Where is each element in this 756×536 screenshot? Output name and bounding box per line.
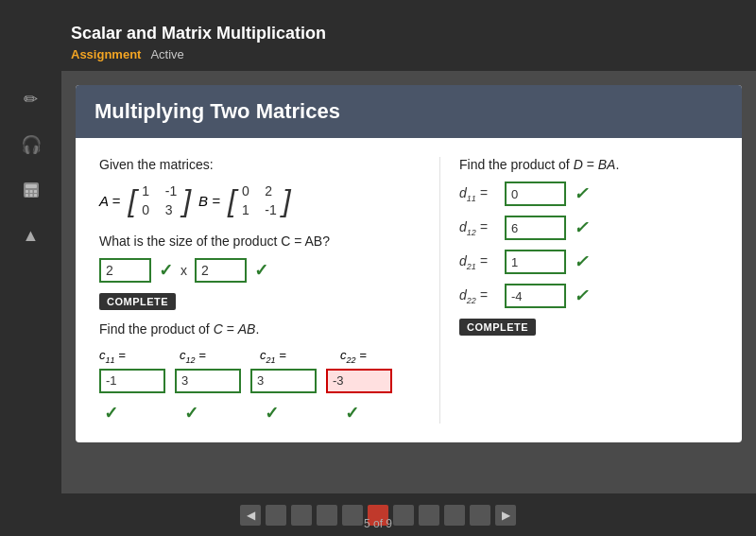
c-labels-row: c11 = c12 = c21 = c22 = — [99, 348, 411, 365]
d12-check: ✓ — [574, 217, 588, 238]
d21-row: d21 = ✓ — [459, 250, 718, 274]
d12-row: d12 = ✓ — [459, 216, 718, 240]
page-title: Scalar and Matrix Multiplication — [71, 24, 326, 43]
size-question: What is the size of the product C = AB? — [99, 233, 411, 249]
nav-page-8[interactable] — [444, 505, 465, 526]
matrix-a: [ 1-1 03 ] — [128, 182, 191, 219]
size-inputs: ✓ x ✓ — [99, 258, 411, 283]
d11-row: d11 = ✓ — [459, 182, 718, 206]
d12-label: d12 = — [459, 219, 497, 237]
size-check2: ✓ — [254, 260, 268, 281]
main-content: Multiplying Two Matrices Given the matri… — [61, 71, 756, 493]
d11-check: ✓ — [574, 183, 588, 204]
nav-page-6[interactable] — [393, 505, 414, 526]
complete-badge-1: COMPLETE — [99, 293, 176, 310]
active-label: Active — [150, 47, 183, 61]
c21-label: c21 = — [260, 348, 331, 365]
content-card: Multiplying Two Matrices Given the matri… — [76, 85, 742, 442]
size-input-cols[interactable] — [195, 258, 247, 283]
card-header: Multiplying Two Matrices — [76, 85, 742, 138]
top-bar: Scalar and Matrix Multiplication Assignm… — [0, 0, 756, 71]
pencil-icon[interactable]: ✏ — [12, 80, 50, 118]
c22-check: ✓ — [340, 403, 411, 424]
nav-page-2[interactable] — [291, 505, 312, 526]
matrix-a-grid: 1-1 03 — [136, 182, 182, 219]
right-label: Find the product of D = BA. — [459, 157, 718, 172]
d12-input[interactable] — [505, 216, 566, 240]
size-check1: ✓ — [159, 260, 173, 281]
d22-input[interactable] — [505, 284, 566, 308]
svg-rect-1 — [26, 184, 37, 188]
svg-rect-2 — [26, 190, 28, 193]
sidebar: ✏ 🎧 ▲ — [0, 71, 61, 493]
d11-input[interactable] — [505, 182, 566, 206]
x-label: x — [180, 263, 187, 278]
c-inputs-row — [99, 369, 411, 397]
calculator-icon[interactable] — [12, 171, 50, 209]
c22-input[interactable] — [326, 369, 392, 393]
svg-rect-3 — [29, 190, 32, 193]
c21-input[interactable] — [250, 369, 317, 393]
bottom-nav: ◀ ▶ 5 of 9 — [0, 493, 756, 536]
matrix-b: [ 02 1-1 ] — [228, 182, 291, 219]
complete-badge-2: COMPLETE — [459, 319, 536, 336]
d11-label: d11 = — [459, 185, 497, 203]
matrix-a-label: A = — [99, 193, 120, 209]
prev-button[interactable]: ◀ — [240, 505, 261, 526]
c12-input[interactable] — [175, 369, 241, 393]
upload-icon[interactable]: ▲ — [12, 216, 50, 254]
svg-rect-5 — [26, 194, 28, 197]
c21-check: ✓ — [260, 403, 331, 424]
given-label: Given the matrices: — [99, 157, 411, 172]
svg-rect-6 — [29, 194, 32, 197]
matrix-b-label: B = — [198, 193, 220, 209]
nav-page-4[interactable] — [342, 505, 363, 526]
c12-check: ✓ — [180, 403, 250, 424]
product-label: Find the product of C = AB. — [99, 321, 411, 337]
c22-label: c22 = — [340, 348, 411, 365]
c11-label: c11 = — [99, 348, 170, 365]
c12-label: c12 = — [180, 348, 250, 365]
c-checks-row: ✓ ✓ ✓ ✓ — [99, 403, 411, 424]
d21-check: ✓ — [574, 251, 588, 272]
nav-page-3[interactable] — [317, 505, 337, 526]
matrix-b-grid: 02 1-1 — [236, 182, 283, 219]
top-bar-meta: Assignment Active — [71, 47, 184, 61]
page-info: 5 of 9 — [364, 517, 392, 530]
card-body: Given the matrices: A = [ 1-1 03 ] B = — [76, 138, 742, 442]
d22-row: d22 = ✓ — [459, 284, 718, 308]
svg-rect-4 — [34, 190, 37, 193]
matrix-display: A = [ 1-1 03 ] B = [ 02 1- — [99, 182, 411, 219]
svg-rect-7 — [34, 194, 37, 197]
card-header-title: Multiplying Two Matrices — [94, 99, 340, 123]
assignment-label: Assignment — [71, 47, 141, 61]
d22-check: ✓ — [574, 285, 588, 306]
nav-page-1[interactable] — [266, 505, 286, 526]
next-button[interactable]: ▶ — [495, 505, 516, 526]
c11-check: ✓ — [99, 403, 170, 424]
headphone-icon[interactable]: 🎧 — [12, 126, 50, 164]
d21-label: d21 = — [459, 253, 497, 271]
d21-input[interactable] — [505, 250, 566, 274]
right-column: Find the product of D = BA. d11 = ✓ d12 … — [439, 157, 718, 424]
nav-page-9[interactable] — [470, 505, 490, 526]
d22-label: d22 = — [459, 287, 497, 305]
size-input-rows[interactable] — [99, 258, 151, 283]
c11-input[interactable] — [99, 369, 165, 393]
nav-page-7[interactable] — [419, 505, 439, 526]
left-column: Given the matrices: A = [ 1-1 03 ] B = — [99, 157, 411, 424]
